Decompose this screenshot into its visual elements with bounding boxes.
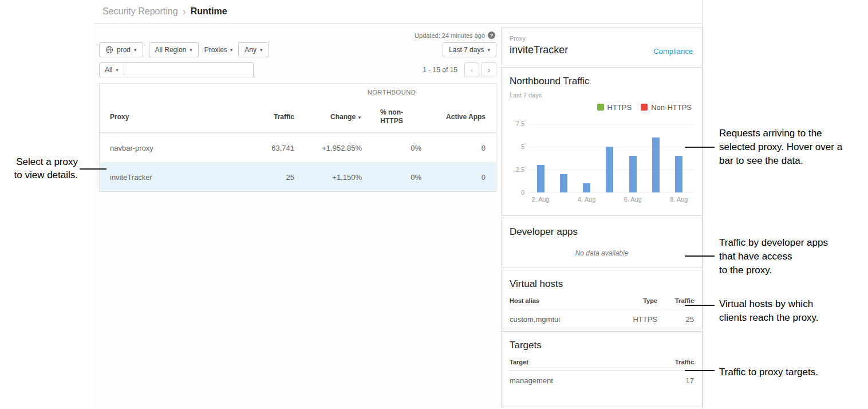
environment-filter-button[interactable]: prod ▾ bbox=[99, 42, 143, 57]
chart-xtick-label bbox=[552, 196, 575, 203]
proxies-filter-label: Proxies bbox=[204, 46, 227, 54]
proxy-label: Proxy bbox=[510, 35, 694, 42]
date-range-label: Last 7 days bbox=[449, 46, 484, 54]
chart-bar-slot bbox=[644, 124, 667, 192]
legend-item-non-https: Non-HTTPS bbox=[641, 103, 692, 112]
northbound-traffic-title: Northbound Traffic bbox=[510, 76, 694, 87]
annotation-line: selected proxy. Hover over a bbox=[719, 140, 842, 154]
breadcrumb: Security Reporting › Runtime bbox=[94, 0, 703, 23]
search-scope-label: All bbox=[105, 66, 112, 74]
any-filter-button[interactable]: Any ▾ bbox=[238, 42, 269, 57]
table-row[interactable]: navbar-proxy 63,741 +1,952.85% 0% 0 bbox=[100, 133, 496, 162]
chart-ytick-label: 2.5 bbox=[516, 166, 524, 173]
breadcrumb-chevron-icon: › bbox=[183, 6, 186, 17]
developer-apps-card: Developer apps No data available bbox=[501, 218, 703, 268]
virtual-hosts-table: Host alias Type Traffic custom,mgmtui HT… bbox=[510, 297, 694, 324]
virtual-hosts-header-row: Host alias Type Traffic bbox=[510, 297, 694, 309]
annotation-line: Requests arriving to the bbox=[719, 127, 842, 140]
chart-bar-slot bbox=[552, 124, 575, 192]
updated-text: Updated: 24 minutes ago bbox=[415, 32, 485, 39]
next-page-button[interactable]: › bbox=[482, 62, 496, 77]
chart-bar-slot bbox=[621, 124, 644, 192]
cell-traffic: 25 bbox=[657, 315, 694, 324]
app-frame: Security Reporting › Runtime Updated: 24… bbox=[94, 0, 703, 409]
help-icon[interactable]: ? bbox=[488, 32, 495, 39]
legend-https-label: HTTPS bbox=[607, 103, 632, 112]
chart-bar[interactable] bbox=[652, 137, 660, 192]
chart-bar[interactable] bbox=[560, 174, 567, 192]
chart-bar-slot bbox=[668, 124, 691, 192]
search-input[interactable] bbox=[124, 62, 254, 77]
column-header-host-alias: Host alias bbox=[510, 297, 617, 304]
region-filter-label: All Region bbox=[155, 46, 187, 54]
cell-active-apps: 0 bbox=[421, 144, 486, 152]
column-header-change[interactable]: Change▼ bbox=[294, 113, 362, 121]
annotation-select-proxy: Select a proxy to view details. bbox=[0, 155, 78, 182]
proxy-list-panel: Updated: 24 minutes ago ? prod ▾ bbox=[94, 23, 501, 409]
globe-icon bbox=[105, 46, 113, 54]
date-range-button[interactable]: Last 7 days ▾ bbox=[443, 42, 496, 57]
cell-traffic: 63,741 bbox=[226, 144, 294, 152]
chart-bars bbox=[529, 124, 691, 192]
filters-row: prod ▾ All Region ▾ Proxies ▾ Any ▾ bbox=[99, 42, 496, 57]
column-header-proxy[interactable]: Proxy bbox=[110, 113, 226, 121]
annotation-connector-line bbox=[685, 305, 715, 306]
environment-filter-label: prod bbox=[117, 46, 131, 54]
compliance-link[interactable]: Compliance bbox=[653, 47, 693, 56]
table-header-row: Proxy Traffic Change▼ % non-HTTPS Active… bbox=[100, 101, 496, 133]
chart-xtick-label: 4. Aug bbox=[575, 196, 598, 203]
proxy-detail-header-card: Proxy inviteTracker Compliance bbox=[501, 27, 703, 65]
cell-non-https: 0% bbox=[362, 173, 421, 182]
chart-legend: HTTPS Non-HTTPS bbox=[597, 103, 692, 112]
column-header-active-apps[interactable]: Active Apps bbox=[421, 113, 486, 121]
legend-non-https-swatch bbox=[641, 104, 648, 111]
annotation-requests: Requests arriving to the selected proxy.… bbox=[719, 127, 842, 168]
annotation-line: Traffic by developer apps bbox=[719, 236, 828, 250]
northbound-traffic-card: Northbound Traffic Last 7 days HTTPS Non… bbox=[501, 67, 703, 217]
column-header-traffic[interactable]: Traffic bbox=[226, 113, 294, 121]
screen: Security Reporting › Runtime Updated: 24… bbox=[0, 0, 868, 409]
chart-bar-slot bbox=[598, 124, 621, 192]
chart-bar[interactable] bbox=[537, 165, 545, 192]
group-header-label: NORTHBOUND bbox=[298, 89, 486, 96]
annotation-line: to the proxy. bbox=[719, 264, 828, 277]
chart-bar[interactable] bbox=[675, 156, 682, 192]
cell-host-alias: custom,mgmtui bbox=[510, 315, 617, 324]
breadcrumb-parent-link[interactable]: Security Reporting bbox=[102, 6, 178, 17]
chart-bar[interactable] bbox=[583, 183, 590, 192]
previous-page-button[interactable]: ‹ bbox=[464, 62, 479, 77]
chart-subtitle: Last 7 days bbox=[510, 92, 694, 99]
cell-traffic: 25 bbox=[226, 173, 294, 182]
table-row-selected[interactable]: inviteTracker 25 +1,150% 0% 0 bbox=[100, 162, 496, 191]
annotation-line: bar to see the data. bbox=[719, 154, 842, 168]
column-header-traffic: Traffic bbox=[657, 359, 694, 365]
proxies-table: NORTHBOUND Proxy Traffic Change▼ % non-H… bbox=[99, 83, 496, 192]
annotation-targets: Traffic to proxy targets. bbox=[719, 365, 818, 379]
any-filter-label: Any bbox=[244, 46, 257, 54]
column-header-non-https[interactable]: % non-HTTPS bbox=[362, 108, 421, 125]
annotation-developer-apps: Traffic by developer apps that have acce… bbox=[719, 236, 828, 277]
chart-plot bbox=[529, 124, 694, 192]
targets-table: Target Traffic management 17 bbox=[510, 359, 694, 385]
search-scope-dropdown[interactable]: All ▾ bbox=[99, 62, 124, 77]
region-filter-button[interactable]: All Region ▾ bbox=[149, 42, 199, 57]
chart-bar[interactable] bbox=[606, 147, 613, 192]
targets-header-row: Target Traffic bbox=[510, 359, 694, 371]
target-row: management 17 bbox=[510, 371, 694, 385]
annotation-line: Virtual hosts by which bbox=[719, 297, 819, 311]
column-header-type: Type bbox=[617, 297, 657, 304]
chart-ytick-label: 0 bbox=[521, 189, 524, 196]
chart-yaxis: 7.552.50 bbox=[510, 124, 529, 192]
pager: ‹ › bbox=[464, 62, 496, 77]
proxies-filter-dropdown[interactable]: Proxies ▾ bbox=[204, 46, 233, 54]
caret-down-icon: ▾ bbox=[230, 48, 233, 53]
developer-apps-empty-message: No data available bbox=[510, 249, 694, 257]
northbound-traffic-chart: 7.552.50 bbox=[510, 124, 694, 192]
chart-bar[interactable] bbox=[629, 156, 637, 192]
annotation-connector-line bbox=[685, 147, 715, 148]
legend-item-https: HTTPS bbox=[597, 103, 632, 112]
cell-proxy-name: navbar-proxy bbox=[110, 144, 226, 152]
caret-down-icon: ▾ bbox=[116, 68, 119, 73]
cell-traffic: 17 bbox=[657, 376, 694, 385]
cell-active-apps: 0 bbox=[421, 173, 486, 182]
